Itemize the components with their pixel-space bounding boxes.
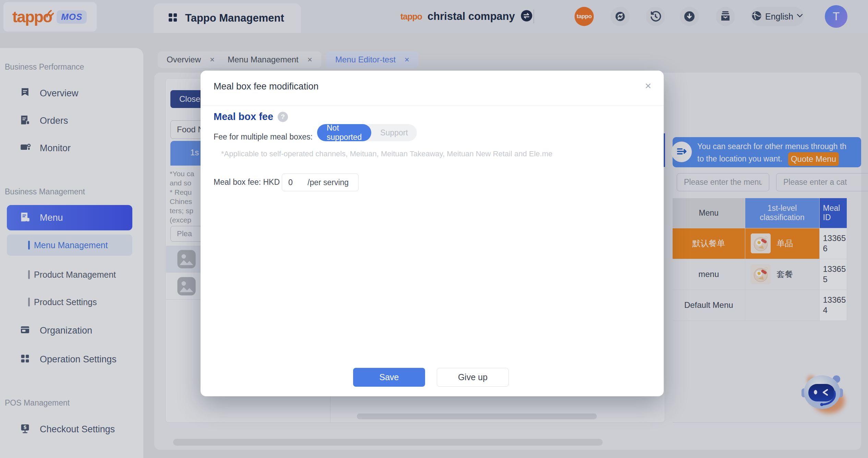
- help-icon[interactable]: ?: [278, 112, 288, 122]
- fee-value-input[interactable]: [282, 178, 303, 187]
- give-up-button[interactable]: Give up: [437, 368, 509, 387]
- meal-box-fee-heading-text: Meal box fee: [214, 111, 273, 122]
- meal-box-fee-heading: Meal box fee ?: [214, 111, 288, 122]
- option-not-supported[interactable]: Not supported: [317, 124, 371, 141]
- meal-box-fee-dialog: Meal box fee modification × Meal box fee…: [201, 71, 664, 396]
- support-toggle[interactable]: Not supported Support: [317, 124, 417, 141]
- option-support[interactable]: Support: [371, 128, 417, 137]
- fee-label: Meal box fee: HKD: [214, 178, 280, 187]
- dialog-header-divider: [201, 105, 664, 106]
- app-root: tappo MOS Tappo Management tappo christa…: [0, 0, 868, 458]
- fee-input-group[interactable]: /per serving: [282, 173, 359, 191]
- fee-suffix: /per serving: [308, 178, 349, 187]
- toggle-label: Fee for multiple meal boxes:: [214, 132, 313, 142]
- save-button[interactable]: Save: [353, 368, 425, 387]
- dialog-title: Meal box fee modification: [214, 81, 318, 92]
- applicability-note: *Applicable to self-operated channels, M…: [221, 149, 553, 158]
- dialog-close-icon[interactable]: ×: [645, 80, 651, 91]
